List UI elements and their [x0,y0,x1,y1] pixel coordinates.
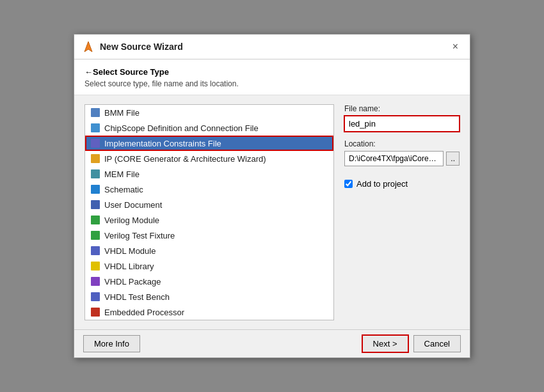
wizard-icon [82,40,95,53]
dialog-body: BMM FileChipScope Definition and Connect… [74,95,470,329]
list-item-vtf[interactable]: Verilog Test Fixture [85,228,333,243]
vlog-icon [90,215,100,225]
add-to-project-row: Add to project [344,179,460,189]
list-item-label-vtb: VHDL Test Bench [104,292,170,302]
vhdlm-icon [90,246,100,256]
footer-left: More Info [83,335,140,352]
list-item-label-ep: Embedded Processor [104,308,184,317]
vpkg-icon [90,276,100,286]
list-item-label-mem: MEM File [104,169,140,179]
location-label: Location: [344,139,460,148]
header-subtitle: Select source type, file name and its lo… [84,79,460,88]
header-title: ←Select Source Type [84,67,460,77]
list-item-vhdlm[interactable]: VHDL Module [85,243,333,258]
list-item-label-sch: Schematic [104,185,143,194]
list-item-vlib[interactable]: VHDL Library [85,258,333,274]
vtf-icon [90,230,100,240]
list-item-label-doc: User Document [104,200,162,210]
source-type-list[interactable]: BMM FileChipScope Definition and Connect… [84,104,334,320]
list-item-label-vpkg: VHDL Package [104,277,161,286]
file-name-input[interactable] [344,116,460,132]
title-bar-left: New Source Wizard [82,40,183,53]
add-to-project-label: Add to project [356,179,408,189]
list-item-label-chipscope: ChipScope Definition and Connection File [104,123,259,133]
list-item-label-bmm: BMM File [104,108,140,118]
title-bar: New Source Wizard × [74,35,470,59]
chipscope-icon [90,123,100,133]
dialog-footer: More Info Next > Cancel [74,329,470,357]
vlib-icon [90,261,100,271]
bmm-icon [90,107,100,118]
list-item-doc[interactable]: User Document [85,197,333,212]
sch-icon [90,184,100,194]
list-item-label-impl: Implementation Constraints File [104,139,221,148]
list-item-ip[interactable]: IP (CORE Generator & Architecture Wizard… [85,151,333,166]
location-input[interactable] [344,151,444,166]
new-source-wizard-dialog: New Source Wizard × ←Select Source Type … [74,34,470,358]
dialog-header: ←Select Source Type Select source type, … [74,59,470,95]
list-item-vpkg[interactable]: VHDL Package [85,274,333,289]
location-group: Location: .. [344,139,460,166]
list-item-mem[interactable]: MEM File [85,166,333,182]
footer-right: Next > Cancel [362,335,461,352]
list-item-label-ip: IP (CORE Generator & Architecture Wizard… [104,154,266,164]
list-item-label-vhdlm: VHDL Module [104,246,156,256]
location-row: .. [344,151,460,166]
svg-marker-0 [84,42,92,52]
add-to-project-checkbox[interactable] [344,180,353,188]
vtb-icon [90,292,100,302]
list-item-bmm[interactable]: BMM File [85,105,333,120]
list-item-impl[interactable]: Implementation Constraints File [85,136,333,151]
list-item-chipscope[interactable]: ChipScope Definition and Connection File [85,120,333,136]
mem-icon [90,169,100,179]
list-item-vtb[interactable]: VHDL Test Bench [85,289,333,304]
file-name-group: File name: [344,104,460,132]
cancel-button[interactable]: Cancel [413,335,461,352]
list-item-ep[interactable]: Embedded Processor [85,304,333,320]
ep-icon [90,307,100,317]
next-button[interactable]: Next > [362,335,408,352]
browse-button[interactable]: .. [446,152,460,166]
list-item-vlog[interactable]: Verilog Module [85,212,333,228]
impl-icon [90,138,100,148]
list-item-label-vlib: VHDL Library [104,262,154,271]
close-button[interactable]: × [449,40,462,54]
doc-icon [90,200,100,210]
ip-icon [90,153,100,164]
right-panel: File name: Location: .. Add to project [344,104,460,320]
more-info-button[interactable]: More Info [83,335,140,352]
list-item-sch[interactable]: Schematic [85,182,333,197]
dialog-title: New Source Wizard [100,42,183,52]
file-name-label: File name: [344,104,460,113]
list-item-label-vlog: Verilog Module [104,216,159,225]
list-item-label-vtf: Verilog Test Fixture [104,231,175,240]
